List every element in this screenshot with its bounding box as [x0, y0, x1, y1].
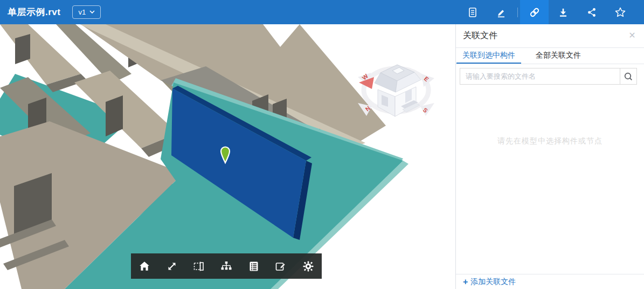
linked-files-panel: 关联文件 ✕ 关联到选中构件 全部关联文件 请先在模型中选择构件或节点 + 添加…	[455, 24, 644, 289]
add-linked-file-label: 添加关联文件	[470, 277, 516, 287]
close-icon[interactable]: ✕	[627, 30, 638, 41]
top-bar: 单层示例.rvt v1	[0, 0, 644, 24]
version-dropdown[interactable]: v1	[72, 5, 101, 19]
search-icon	[624, 72, 633, 81]
file-search	[460, 68, 637, 85]
panel-tabs: 关联到选中构件 全部关联文件	[456, 48, 644, 64]
favorite-star-icon[interactable]	[606, 0, 634, 24]
markup-icon[interactable]	[268, 253, 293, 279]
file-title: 单层示例.rvt	[8, 6, 60, 18]
plus-icon: +	[463, 278, 468, 286]
viewer-toolbar	[131, 253, 322, 279]
component-list-icon[interactable]	[241, 253, 266, 279]
model-tree-icon[interactable]	[214, 253, 239, 279]
tab-all-linked-files[interactable]: 全部关联文件	[530, 49, 587, 64]
tab-linked-to-selection[interactable]: 关联到选中构件	[456, 49, 521, 64]
share-icon[interactable]	[577, 0, 606, 24]
notes-icon[interactable]	[458, 0, 487, 24]
toolbar-divider	[517, 8, 518, 17]
link-icon[interactable]	[520, 0, 549, 24]
fit-view-icon[interactable]	[160, 253, 184, 279]
section-box-icon[interactable]	[186, 253, 211, 279]
search-button[interactable]	[620, 68, 636, 84]
view-home-compass[interactable]: W E N S	[358, 65, 434, 116]
download-icon[interactable]	[549, 0, 577, 24]
markup-pen-icon[interactable]	[487, 0, 515, 24]
chevron-down-icon	[89, 10, 95, 14]
panel-footer: + 添加关联文件	[456, 274, 644, 289]
panel-title: 关联文件	[463, 30, 497, 42]
add-linked-file-button[interactable]: + 添加关联文件	[463, 277, 516, 287]
model-viewport[interactable]: W E N S	[0, 24, 455, 289]
home-icon[interactable]	[132, 253, 157, 279]
model-canvas[interactable]: W E N S	[0, 24, 455, 289]
settings-gear-icon[interactable]	[296, 253, 321, 279]
search-input[interactable]	[460, 68, 620, 84]
empty-state-text: 请先在模型中选择构件或节点	[456, 136, 644, 146]
version-label: v1	[78, 8, 86, 16]
topbar-toolbar	[458, 0, 634, 24]
panel-header: 关联文件 ✕	[456, 24, 644, 48]
